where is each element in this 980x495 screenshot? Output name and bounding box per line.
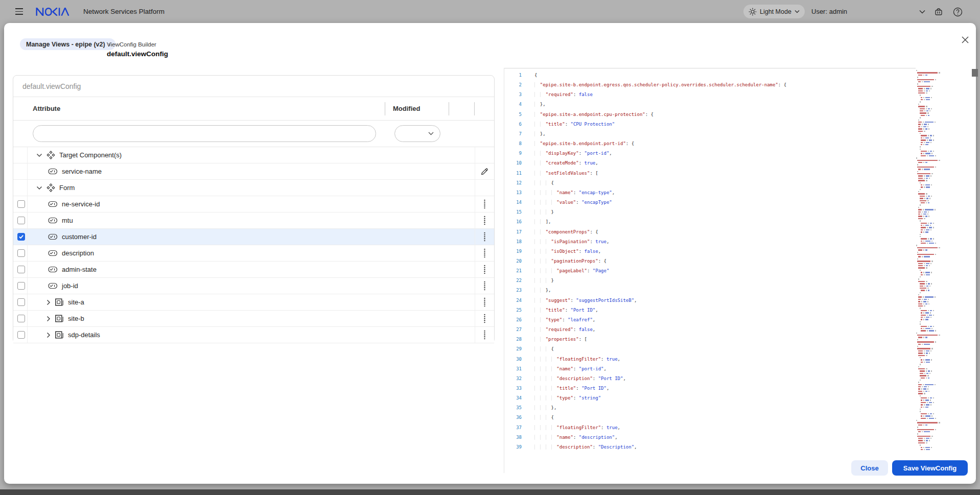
row-checkbox[interactable] [17, 266, 25, 273]
tree-row-ne-service-id[interactable]: ne-service-id [13, 196, 494, 213]
chevron-right-icon[interactable] [46, 316, 51, 322]
row-actions [475, 163, 494, 179]
kebab-menu-icon[interactable] [483, 265, 486, 274]
json-code-editor[interactable]: { "epipe.site-b.endpoint.egress.qos.sche… [534, 70, 913, 474]
modified-filter-select[interactable] [394, 125, 440, 142]
row-actions [475, 180, 494, 196]
attribute-filter-input[interactable] [33, 125, 376, 142]
tree-item-label: job-id [62, 282, 78, 290]
tree-item: sdp-details [28, 327, 475, 343]
table-header: Attribute Modified [13, 97, 494, 121]
attribute-leaf-icon [48, 250, 58, 256]
tree-item: job-id [28, 278, 475, 294]
tree-item: Target Component(s) [28, 147, 475, 163]
breadcrumb[interactable]: Manage Views - epipe (v2) › [20, 38, 115, 50]
tree-row-site-b[interactable]: site-b [13, 311, 494, 327]
tree-row-mtu[interactable]: mtu [13, 213, 494, 229]
attribute-panel: default.viewConfig Attribute Modified Ta… [13, 75, 495, 343]
close-button[interactable]: Close [851, 460, 888, 476]
tree-row-service-name[interactable]: service-name [13, 163, 494, 180]
code-line: "createMode": true, [534, 158, 913, 168]
code-line: "name": "description", [534, 433, 913, 442]
checkbox-cell [13, 245, 28, 261]
kebab-menu-icon[interactable] [483, 314, 486, 323]
close-icon[interactable] [961, 35, 970, 44]
checkbox-cell [13, 213, 28, 228]
tree-item: mtu [28, 213, 475, 228]
row-checkbox[interactable] [17, 249, 25, 257]
attribute-leaf-icon [48, 168, 58, 175]
row-actions [475, 147, 494, 163]
attribute-leaf-icon [48, 217, 58, 224]
tree-item-label: site-b [68, 315, 84, 322]
editor-minimap[interactable] [916, 70, 970, 452]
row-checkbox[interactable] [17, 315, 25, 322]
edit-pencil-icon[interactable] [480, 167, 489, 176]
row-checkbox[interactable] [17, 217, 25, 224]
tree-item: site-b [28, 311, 475, 326]
row-checkbox[interactable] [17, 200, 25, 208]
tree-item-label: service-name [62, 168, 102, 175]
column-modified: Modified [393, 105, 420, 112]
code-line: "description": "Description", [534, 442, 913, 452]
hamburger-menu-icon[interactable] [15, 8, 23, 15]
container-icon [55, 331, 64, 340]
scrollbar-thumb[interactable] [972, 69, 978, 77]
app-title: Network Services Platform [83, 7, 165, 16]
code-line: "isObject": false, [534, 247, 913, 256]
code-line: } [534, 276, 913, 286]
kebab-menu-icon[interactable] [483, 248, 486, 258]
top-app-bar: Network Services Platform Light Mode Use… [0, 0, 980, 23]
tree-row-sdp-details[interactable]: sdp-details [13, 327, 494, 343]
tree-item: Form [28, 180, 475, 196]
tree-item-label: admin-state [62, 266, 97, 273]
code-line: "paginationProps": { [534, 256, 913, 266]
code-line: "type": "string" [534, 393, 913, 403]
kebab-menu-icon[interactable] [483, 297, 486, 307]
tree-item: site-a [28, 294, 475, 310]
code-line: "name": "encap-type", [534, 188, 913, 198]
row-actions [475, 262, 494, 277]
tree-row-description[interactable]: description [13, 245, 494, 262]
app-basket-icon[interactable] [934, 7, 944, 17]
code-line: "properties": [ [534, 335, 913, 344]
chevron-down-icon [428, 132, 434, 135]
tree-row-admin-state[interactable]: admin-state [13, 262, 494, 278]
column-divider [474, 102, 475, 115]
chevron-down-icon[interactable] [917, 7, 927, 17]
tree-row-Target Component(s)[interactable]: Target Component(s) [13, 147, 494, 163]
tree-item-label: Form [59, 184, 75, 192]
row-checkbox[interactable] [17, 233, 25, 241]
chevron-right-icon[interactable] [46, 332, 51, 338]
code-line: { [534, 70, 913, 80]
code-line: "required": false, [534, 325, 913, 335]
kebab-menu-icon[interactable] [483, 232, 486, 242]
save-viewconfig-button[interactable]: Save ViewConfig [892, 460, 968, 476]
editor-scrollbar[interactable] [972, 69, 978, 452]
tree-row-job-id[interactable]: job-id [13, 278, 494, 294]
row-checkbox[interactable] [17, 331, 25, 339]
code-line: }, [534, 286, 913, 295]
kebab-menu-icon[interactable] [483, 199, 486, 209]
code-line: "title": "Port ID", [534, 384, 913, 393]
row-checkbox[interactable] [17, 298, 25, 306]
kebab-menu-icon[interactable] [483, 330, 486, 340]
kebab-menu-icon[interactable] [483, 281, 486, 291]
code-line: "setFieldValues": [ [534, 169, 913, 178]
tree-row-site-a[interactable]: site-a [13, 294, 494, 311]
chevron-down-icon[interactable] [36, 186, 42, 190]
theme-toggle[interactable]: Light Mode [743, 5, 805, 18]
chevron-down-icon[interactable] [36, 153, 42, 157]
row-checkbox[interactable] [17, 282, 25, 290]
kebab-menu-icon[interactable] [483, 216, 486, 225]
code-line: "name": "port-id", [534, 364, 913, 374]
tree-item: customer-id [28, 229, 475, 245]
checkbox-cell [13, 180, 28, 196]
help-icon[interactable] [952, 7, 963, 17]
code-line: "value": "encapType" [534, 198, 913, 207]
tree-row-customer-id[interactable]: customer-id [13, 229, 494, 245]
chevron-right-icon[interactable] [46, 299, 51, 305]
code-line: "displayKey": "port-id", [534, 149, 913, 158]
code-line: "isPagination": true, [534, 237, 913, 247]
tree-row-Form[interactable]: Form [13, 180, 494, 196]
